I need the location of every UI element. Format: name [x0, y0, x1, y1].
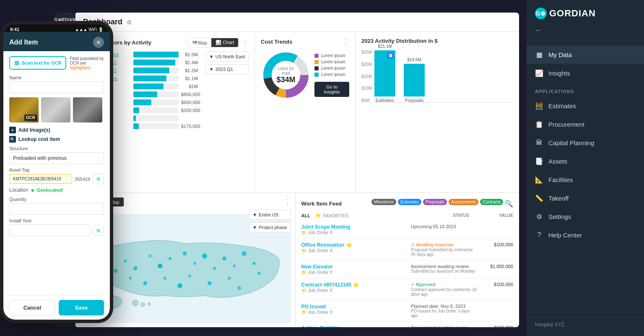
feed-item-1-status-text: ⚠ Awaiting response: [411, 242, 478, 247]
nav-item-capital-planning[interactable]: 🏛 Capital Planning: [527, 133, 644, 152]
tag-proposals[interactable]: Proposals: [423, 199, 447, 205]
feed-item-2-status-detail: Submitted by assessor on Monday: [411, 269, 478, 273]
asset-tag-scan-button[interactable]: ⊞: [93, 174, 104, 184]
map-filters: ▼ Entire US ▼ Project phase: [249, 210, 291, 232]
period-filter[interactable]: ▼ 2023 Q1: [205, 64, 249, 74]
tab-chart[interactable]: 📊 Chart: [211, 38, 238, 47]
nav-item-takeoff[interactable]: 📏 Takeoff: [527, 189, 644, 207]
feed-item-3-title[interactable]: Contract #857412345 ⭐: [301, 282, 410, 288]
all-tab[interactable]: ALL: [301, 213, 310, 218]
feed-item-5-value: $100,000: [480, 325, 513, 327]
quantity-input[interactable]: [9, 203, 104, 215]
region-filter[interactable]: ▼ US North East: [205, 52, 249, 62]
asset-tag-input[interactable]: [9, 174, 72, 184]
contractor-menu-icon[interactable]: ⋮: [242, 39, 249, 47]
svg-point-30: [141, 303, 145, 307]
tag-contracts[interactable]: Contracts: [480, 199, 503, 205]
right-sidebar-nav: ▦ My Data 📈 Insights APPLICATIONS 🧮 Esti…: [527, 41, 644, 317]
add-images-link[interactable]: + Add Image(s): [9, 127, 104, 133]
tag-milestones[interactable]: Milestones: [371, 199, 397, 205]
contractor-bar-wrap: [133, 91, 179, 97]
feed-item-1-status-detail: Proposal Submitted by contractor 45 days…: [411, 247, 478, 257]
feed-search-icon[interactable]: 🔍: [505, 200, 513, 208]
asset-tag-label: Asset Tag: [9, 167, 104, 172]
svg-point-21: [143, 281, 147, 285]
bar-estimates-icon: 📋: [387, 52, 394, 59]
feed-item-2-title[interactable]: New Elevator: [301, 264, 410, 270]
phone-close-button[interactable]: ✕: [93, 37, 104, 48]
nav-item-help[interactable]: ? Help Center: [527, 226, 644, 244]
lookup-cost-label: Lookup cost item: [18, 136, 60, 142]
nav-item-my-data-label: My Data: [548, 51, 572, 58]
y-label-15m: $15M: [361, 74, 372, 79]
work-feed-title: Work Item Feed: [301, 201, 342, 207]
scan-row: ⊞ Scan text for OCR Field populated by O…: [9, 56, 104, 70]
map-menu-icon[interactable]: ⋮: [284, 198, 291, 206]
scan-icon: ⊞: [14, 60, 19, 66]
feed-item-4-status-text: Planned date: Nov 8, 2023: [411, 304, 478, 309]
feed-item-3-left: Contract #857412345 ⭐ 📁 Job Order X: [301, 282, 410, 293]
save-button[interactable]: Save: [59, 300, 104, 315]
nav-item-assets[interactable]: 📑 Assets: [527, 152, 644, 170]
feed-item-4-job[interactable]: Job Order X: [308, 310, 333, 315]
favorites-tab[interactable]: ⭐ FAVORITES: [315, 213, 348, 218]
feed-item-2-job[interactable]: Job Order Y: [308, 270, 333, 275]
back-button[interactable]: ←: [535, 24, 636, 36]
feed-item-1-left: Office Renovation ⭐ 📁 Job Order X: [301, 242, 410, 253]
dashboard-settings-icon[interactable]: ⚙: [127, 19, 132, 26]
map-phase-filter[interactable]: ▼ Project phase: [249, 222, 291, 232]
nav-item-procurement[interactable]: 📋 Procurement: [527, 115, 644, 133]
contractor-bar-fill: [133, 60, 175, 65]
tag-assessments[interactable]: Assessments: [449, 199, 478, 205]
tag-estimates[interactable]: Estimates: [398, 199, 421, 205]
ocr-image-3: [73, 97, 102, 122]
feed-item-0-job[interactable]: Job Order X: [308, 230, 333, 235]
nav-item-assets-label: Assets: [548, 158, 567, 165]
work-feed-panel: Work Item Feed Milestones Estimates Prop…: [296, 193, 519, 327]
nav-item-settings[interactable]: ⚙ Settings: [527, 207, 644, 226]
feed-item-3-job[interactable]: Job Order X: [308, 288, 333, 293]
ocr-image-1: OCR: [9, 97, 39, 122]
nav-item-estimates[interactable]: 🧮 Estimates: [527, 96, 644, 115]
svg-point-26: [228, 277, 231, 280]
cost-trends-body: Label for total $34M Lorem ipsum Lorem i…: [261, 50, 349, 100]
contractor-bar-wrap: [133, 99, 179, 105]
procurement-icon: 📋: [535, 120, 543, 128]
feed-item-4-title[interactable]: PO Issued: [301, 304, 410, 310]
contractor-value: $1.1M: [181, 76, 198, 81]
map-region-filter[interactable]: ▼ Entire US: [249, 210, 291, 220]
bar-area: $21.1M 📋 Estimates $14.6M Proposals: [374, 48, 513, 111]
go-to-insights-button[interactable]: Go to Insights: [314, 82, 349, 97]
work-feed-header: Work Item Feed Milestones Estimates Prop…: [301, 199, 514, 208]
grid-icon: ▦: [535, 50, 543, 59]
legend-item-1: Lorem ipsum: [314, 53, 349, 58]
tab-map[interactable]: 🗺 Map: [188, 38, 211, 47]
feed-item-3: Contract #857412345 ⭐ 📁 Job Order X ✓ Ap…: [301, 279, 514, 300]
cancel-button[interactable]: Cancel: [9, 300, 55, 315]
contractor-value: $800,000: [181, 92, 198, 97]
legend-item-2: Lorem ipsum: [314, 60, 349, 64]
nav-item-insights[interactable]: 📈 Insights: [527, 64, 644, 82]
feed-item-1-job[interactable]: Job Order X: [308, 248, 333, 253]
gordian-logo-icon: G⊕: [535, 8, 547, 19]
legend-dot-1: [314, 54, 319, 58]
map-phase-label: Project phase: [259, 225, 287, 230]
cost-trends-menu[interactable]: ⋮: [343, 38, 349, 46]
name-input[interactable]: [9, 81, 104, 93]
feed-item-0-title[interactable]: Joint Scope Meeting: [301, 224, 410, 230]
feed-item-1-title[interactable]: Office Renovation ⭐: [301, 242, 410, 248]
feed-tags: Milestones Estimates Proposals Assessmen…: [371, 199, 503, 205]
scan-ocr-button[interactable]: ⊞ Scan text for OCR: [9, 56, 66, 70]
contractor-bar-wrap: [133, 115, 179, 121]
right-sidebar-header: G⊕ GORDIAN ←: [527, 0, 644, 41]
work-feed-controls: Milestones Estimates Proposals Assessmen…: [371, 199, 513, 208]
lookup-cost-link[interactable]: 🔍 Lookup cost item: [9, 136, 104, 143]
install-year-input[interactable]: [9, 224, 90, 236]
install-year-scan-button[interactable]: ⊞: [93, 225, 104, 236]
feed-item-5-title[interactable]: Ashton Building: [301, 325, 410, 327]
nav-item-my-data[interactable]: ▦ My Data: [527, 45, 644, 64]
nav-item-facilities[interactable]: 📐 Facilities: [527, 170, 644, 189]
structure-input[interactable]: [9, 152, 104, 164]
contractor-bar-wrap: [133, 107, 179, 113]
contractor-bar-fill: [133, 115, 136, 121]
